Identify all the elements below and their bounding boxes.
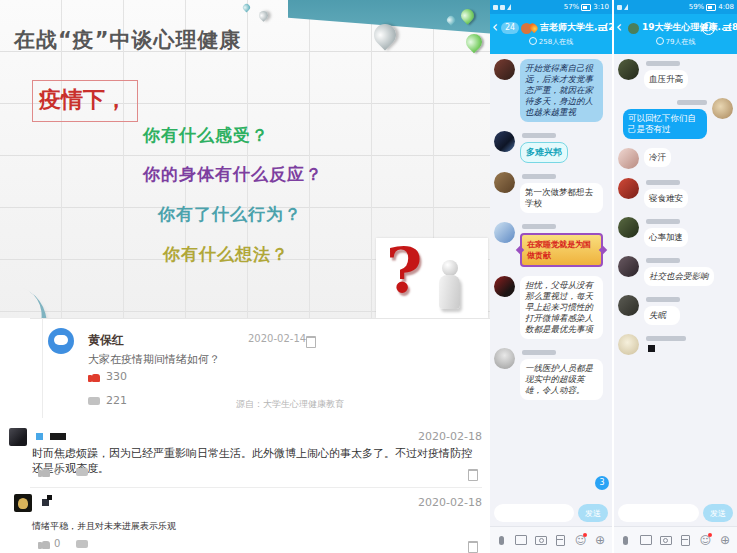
message-bubble: 多难兴邦 bbox=[520, 142, 568, 163]
post-author-name[interactable]: 黄保红 bbox=[88, 332, 124, 349]
like-count: 0 bbox=[54, 466, 60, 477]
delete-comment-button[interactable] bbox=[468, 538, 478, 553]
like-button[interactable]: 0 bbox=[38, 538, 60, 549]
avatar[interactable] bbox=[14, 494, 32, 512]
avatar[interactable] bbox=[618, 148, 639, 169]
username-redacted bbox=[677, 100, 707, 105]
trash-icon bbox=[306, 336, 316, 348]
image-attachment[interactable] bbox=[648, 345, 655, 352]
post-text: 大家在疫情期间情绪如何？ bbox=[88, 352, 220, 367]
divider bbox=[30, 318, 490, 319]
photo-icon[interactable] bbox=[515, 534, 527, 546]
message-row: 心率加速 bbox=[618, 217, 733, 247]
avatar[interactable] bbox=[618, 217, 639, 238]
username-redacted bbox=[522, 174, 556, 179]
avatar[interactable] bbox=[618, 256, 639, 277]
slide-question-4: 你有什么想法？ bbox=[163, 243, 289, 266]
battery-icon bbox=[706, 4, 716, 11]
battery-percent: 57% bbox=[564, 3, 580, 11]
unread-badge[interactable]: 24 bbox=[501, 22, 519, 34]
water-drop-icon bbox=[463, 31, 486, 54]
avatar[interactable] bbox=[618, 295, 639, 316]
message-list: 开始觉得离自己很远，后来才发觉事态严重，就因在家待多天，身边的人也越来越重视 多… bbox=[490, 54, 612, 500]
avatar[interactable] bbox=[618, 178, 639, 199]
avatar[interactable] bbox=[618, 334, 639, 355]
water-drop-icon bbox=[242, 3, 252, 13]
send-button[interactable]: 发送 bbox=[703, 504, 733, 522]
message-row: 担忧，父母从没有那么重视过，每天早上起来习惯性的打开微博看感染人数都是最优先事项 bbox=[494, 276, 608, 339]
delete-comment-button[interactable] bbox=[468, 466, 478, 485]
chat-input-bar: 发送 bbox=[490, 500, 612, 526]
comment-text: 情绪平稳，并且对未来进展表示乐观 bbox=[32, 520, 462, 533]
battery-percent: 59% bbox=[689, 3, 705, 11]
slide-title: 在战“疫”中谈心理健康 bbox=[14, 26, 242, 54]
message-row: 社交也会受影响 bbox=[618, 256, 733, 286]
avatar[interactable] bbox=[618, 59, 639, 80]
microphone-icon[interactable] bbox=[620, 534, 632, 546]
avatar[interactable] bbox=[48, 328, 74, 354]
red-packet-icon[interactable] bbox=[679, 534, 691, 546]
menu-icon[interactable]: ≡ bbox=[597, 20, 608, 35]
photo-icon[interactable] bbox=[640, 534, 652, 546]
comment-row: 2020-02-18 情绪平稳，并且对未来进展表示乐观 0 bbox=[0, 488, 490, 553]
app-notification-icon bbox=[500, 5, 505, 10]
group-avatar bbox=[628, 23, 639, 34]
send-button[interactable]: 发送 bbox=[578, 504, 608, 522]
post-date: 2020-02-14 bbox=[248, 333, 306, 344]
username-redacted bbox=[646, 180, 680, 185]
reply-icon[interactable] bbox=[76, 468, 88, 476]
like-button[interactable]: 330 bbox=[88, 370, 127, 383]
thumbs-up-icon bbox=[38, 467, 50, 477]
divider bbox=[42, 318, 43, 418]
slide-question-2: 你的身体有什么反应？ bbox=[143, 163, 323, 186]
more-actions-icon[interactable]: ⊕ bbox=[594, 534, 606, 546]
username-redacted bbox=[646, 297, 680, 302]
back-button[interactable]: ‹ bbox=[616, 20, 622, 35]
comment-button[interactable]: 221 bbox=[88, 394, 127, 407]
avatar[interactable] bbox=[712, 98, 733, 119]
chat-input-bar: 发送 bbox=[614, 500, 737, 526]
menu-icon[interactable]: ≡ bbox=[722, 20, 733, 35]
username-redacted bbox=[522, 224, 556, 229]
comment-date: 2020-02-18 bbox=[418, 430, 482, 443]
status-right: 59% 4:08 bbox=[689, 3, 734, 11]
new-messages-badge[interactable]: 3 bbox=[595, 476, 609, 490]
avatar[interactable] bbox=[494, 172, 515, 193]
camera-icon[interactable] bbox=[535, 534, 547, 546]
comment-icon bbox=[88, 397, 100, 405]
avatar[interactable] bbox=[494, 131, 515, 152]
like-button[interactable]: 0 bbox=[38, 466, 60, 477]
slide-question-1: 你有什么感受？ bbox=[143, 124, 269, 147]
avatar[interactable] bbox=[494, 59, 515, 80]
message-input[interactable] bbox=[618, 504, 699, 522]
message-input[interactable] bbox=[494, 504, 574, 522]
back-button[interactable]: ‹ bbox=[492, 20, 498, 35]
microphone-icon[interactable] bbox=[496, 534, 508, 546]
message-row: 开始觉得离自己很远，后来才发觉事态严重，就因在家待多天，身边的人也越来越重视 bbox=[494, 59, 608, 122]
username-redacted bbox=[522, 350, 556, 355]
avatar[interactable] bbox=[494, 348, 515, 369]
avatar[interactable] bbox=[9, 428, 27, 446]
more-actions-icon[interactable]: ⊕ bbox=[719, 534, 731, 546]
like-count: 0 bbox=[54, 538, 60, 549]
camera-icon[interactable] bbox=[660, 534, 672, 546]
comment-row: 2020-02-18 时而焦虑烦躁，因为已经严重影响日常生活。此外微博上闹心的事… bbox=[0, 420, 490, 487]
message-bubble: 寝食难安 bbox=[644, 189, 688, 208]
figurine-icon bbox=[442, 260, 458, 276]
avatar[interactable] bbox=[494, 222, 515, 243]
voice-room-icon[interactable] bbox=[702, 22, 715, 35]
message-bubble: 冷汗 bbox=[644, 148, 671, 167]
emoji-icon[interactable]: ☺ bbox=[699, 534, 711, 546]
online-count: 258人在线 bbox=[490, 37, 612, 47]
thumbs-up-icon bbox=[38, 539, 50, 549]
reply-icon[interactable] bbox=[76, 540, 88, 548]
notification-icons bbox=[493, 4, 511, 10]
comment-date: 2020-02-18 bbox=[418, 496, 482, 509]
username-redacted bbox=[42, 499, 49, 506]
red-packet-icon[interactable] bbox=[555, 534, 567, 546]
avatar[interactable] bbox=[494, 276, 515, 297]
emoji-icon[interactable]: ☺ bbox=[574, 534, 586, 546]
delete-post-button[interactable] bbox=[306, 333, 316, 352]
signal-icon bbox=[507, 4, 511, 10]
comment-count: 221 bbox=[106, 394, 127, 407]
